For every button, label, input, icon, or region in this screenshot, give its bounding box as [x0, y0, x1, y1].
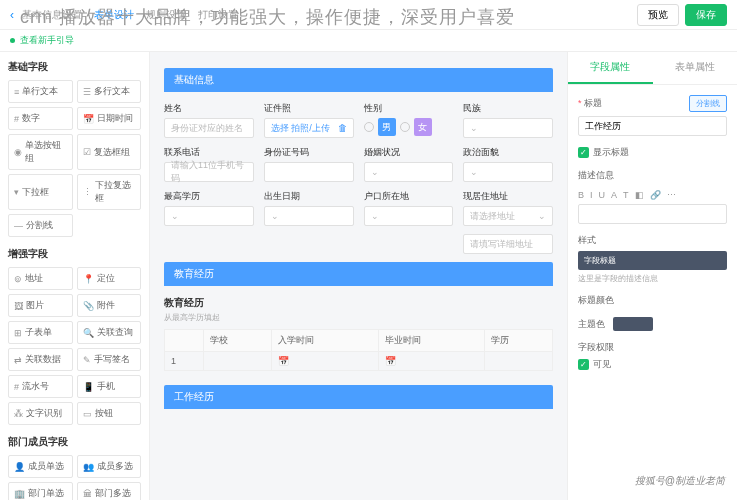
field-chip[interactable]: ⊚地址	[8, 267, 73, 290]
form-input[interactable]	[463, 118, 553, 138]
form-field[interactable]: 婚姻状况	[364, 146, 454, 182]
preview-button[interactable]: 预览	[637, 4, 679, 26]
form-input[interactable]	[463, 162, 553, 182]
side-section-title: 基础字段	[8, 60, 141, 74]
form-field[interactable]: 出生日期	[264, 190, 354, 226]
field-chip[interactable]: ⁂文字识别	[8, 402, 73, 425]
form-field[interactable]: 身份证号码	[264, 146, 354, 182]
save-button[interactable]: 保存	[685, 4, 727, 26]
perm-label: 字段权限	[578, 341, 727, 354]
field-chip[interactable]: ≡单行文本	[8, 80, 73, 103]
radio-male[interactable]: 男	[378, 118, 396, 136]
radio-dot[interactable]	[400, 122, 410, 132]
underline-icon[interactable]: U	[599, 190, 606, 200]
field-chip[interactable]: 📍定位	[77, 267, 142, 290]
form-input[interactable]: 请选择地址	[463, 206, 553, 226]
form-input[interactable]: 身份证对应的姓名	[164, 118, 254, 138]
table-cell[interactable]	[485, 352, 553, 371]
table-cell[interactable]	[204, 352, 272, 371]
table-row[interactable]: 1📅📅	[165, 352, 553, 371]
field-chip[interactable]: ⇄关联数据	[8, 348, 73, 371]
field-chip[interactable]: 🔍关联查询	[77, 321, 142, 344]
field-icon: 🔍	[83, 328, 94, 338]
field-chip[interactable]: ◉单选按钮组	[8, 134, 73, 170]
table-cell[interactable]: 📅	[378, 352, 485, 371]
form-field[interactable]: 现居住地址请选择地址	[463, 190, 553, 226]
form-field[interactable]: 民族	[463, 102, 553, 138]
back-arrow-icon[interactable]: ‹	[10, 8, 14, 22]
field-chip[interactable]: 🏛部门多选	[77, 482, 142, 500]
form-input[interactable]: 选择 拍照/上传🗑	[264, 118, 354, 138]
field-chip[interactable]: 📱手机	[77, 375, 142, 398]
field-chip[interactable]: #流水号	[8, 375, 73, 398]
panel-education[interactable]: 教育经历	[164, 262, 553, 286]
font-icon[interactable]: A	[611, 190, 617, 200]
field-chip[interactable]: 🏢部门单选	[8, 482, 73, 500]
detail-address-input[interactable]: 请填写详细地址	[463, 234, 553, 254]
tab-form-props[interactable]: 表单属性	[653, 52, 738, 84]
form-input[interactable]: 请输入11位手机号码	[164, 162, 254, 182]
more-icon[interactable]: ⋯	[667, 190, 676, 200]
theme-color-swatch[interactable]	[613, 317, 653, 331]
field-chip[interactable]: 👤成员单选	[8, 455, 73, 478]
field-chip[interactable]: ⊞子表单	[8, 321, 73, 344]
size-icon[interactable]: T	[623, 190, 629, 200]
field-chip[interactable]: ▾下拉框	[8, 174, 73, 210]
table-cell[interactable]: 📅	[271, 352, 378, 371]
panel-work[interactable]: 工作经历	[164, 385, 553, 409]
field-label: 政治面貌	[463, 146, 553, 159]
form-field[interactable]: 最高学历	[164, 190, 254, 226]
panel-basic-info[interactable]: 基础信息	[164, 68, 553, 92]
visible-checkbox[interactable]: ✓ 可见	[578, 358, 727, 371]
form-field[interactable]: 政治面貌	[463, 146, 553, 182]
radio-female[interactable]: 女	[414, 118, 432, 136]
style-preview[interactable]: 字段标题	[578, 251, 727, 270]
watermark: 搜狐号@制造业老简	[635, 474, 725, 488]
field-chip[interactable]: #数字	[8, 107, 73, 130]
form-input[interactable]	[264, 206, 354, 226]
field-chip[interactable]: 📅日期时间	[77, 107, 142, 130]
form-field[interactable]: 证件照选择 拍照/上传🗑	[264, 102, 354, 138]
form-input[interactable]	[264, 162, 354, 182]
table-cell[interactable]: 1	[165, 352, 204, 371]
form-field[interactable]: 性别男女	[364, 102, 454, 138]
field-chip[interactable]: 📎附件	[77, 294, 142, 317]
italic-icon[interactable]: I	[590, 190, 593, 200]
desc-input[interactable]	[578, 204, 727, 224]
field-chip[interactable]: 🖼图片	[8, 294, 73, 317]
properties-panel: 字段属性 表单属性 *标题分割线 ✓ 显示标题 描述信息 BIUAT◧🔗⋯	[567, 52, 737, 500]
field-chip[interactable]: ☑复选框组	[77, 134, 142, 170]
form-field[interactable]: 户口所在地	[364, 190, 454, 226]
color-icon[interactable]: ◧	[635, 190, 644, 200]
field-icon: ✎	[83, 355, 91, 365]
desc-label: 描述信息	[578, 169, 727, 182]
field-chip[interactable]: ✎手写签名	[77, 348, 142, 371]
field-chip[interactable]: —分割线	[8, 214, 73, 237]
title-input[interactable]	[578, 116, 727, 136]
form-input[interactable]	[364, 206, 454, 226]
form-input[interactable]	[364, 162, 454, 182]
link-icon[interactable]: 🔗	[650, 190, 661, 200]
divider-button[interactable]: 分割线	[689, 95, 727, 112]
field-label: 民族	[463, 102, 553, 115]
form-field[interactable]: 联系电话请输入11位手机号码	[164, 146, 254, 182]
field-icon: 📎	[83, 301, 94, 311]
field-icon: #	[14, 382, 19, 392]
bold-icon[interactable]: B	[578, 190, 584, 200]
form-field[interactable]: 姓名身份证对应的姓名	[164, 102, 254, 138]
field-chip[interactable]: 👥成员多选	[77, 455, 142, 478]
field-label: 最高学历	[164, 190, 254, 203]
guide-bar[interactable]: 查看新手引导	[0, 30, 737, 52]
tab-field-props[interactable]: 字段属性	[568, 52, 653, 84]
table-header: 学校	[204, 330, 272, 352]
radio-dot[interactable]	[364, 122, 374, 132]
field-chip[interactable]: ▭按钮	[77, 402, 142, 425]
field-icon: 👥	[83, 462, 94, 472]
education-table: 学校入学时间毕业时间学历 1📅📅	[164, 329, 553, 371]
form-input[interactable]	[164, 206, 254, 226]
field-chip[interactable]: ☰多行文本	[77, 80, 142, 103]
show-title-checkbox[interactable]: ✓ 显示标题	[578, 146, 727, 159]
field-icon: ☑	[83, 147, 91, 157]
style-desc: 这里是字段的描述信息	[578, 273, 727, 284]
field-chip[interactable]: ⋮下拉复选框	[77, 174, 142, 210]
